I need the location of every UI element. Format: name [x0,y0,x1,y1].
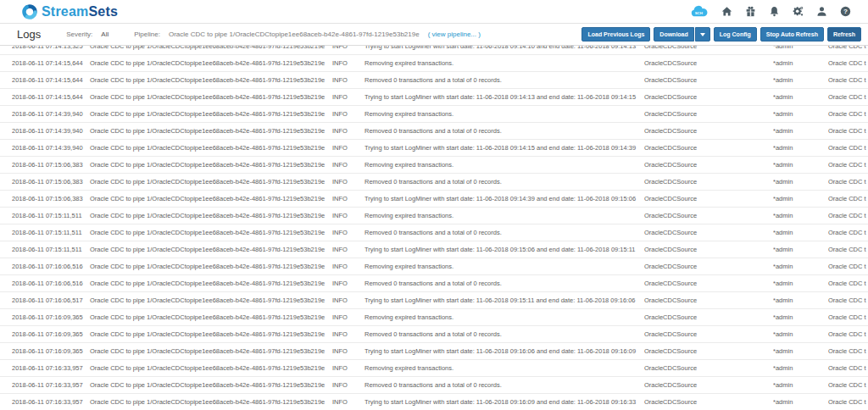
log-timestamp: 2018-06-11 07:14:39,940 [12,140,90,156]
log-pipeline-2: Oracle CDC t [828,326,868,342]
log-timestamp: 2018-06-11 07:16:09,365 [12,326,90,342]
log-pipeline: Oracle CDC to pipe 1/OracleCDCtopipe1ee6… [90,394,332,410]
log-pipeline: Oracle CDC to pipe 1/OracleCDCtopipe1ee6… [90,157,332,173]
log-row: 2018-06-11 07:16:33,957 Oracle CDC to pi… [0,377,868,394]
log-source: OracleCDCSource [644,377,773,393]
log-message: Trying to start LogMiner with start date… [364,394,644,410]
log-source: OracleCDCSource [644,275,773,291]
log-pipeline: Oracle CDC to pipe 1/OracleCDCtopipe1ee6… [90,258,332,274]
log-timestamp: 2018-06-11 07:14:15,644 [12,72,90,88]
download-split-button: Download [654,27,709,42]
log-pipeline: Oracle CDC to pipe 1/OracleCDCtopipe1ee6… [90,224,332,241]
bell-icon[interactable] [769,6,780,17]
log-table: 2018-06-11 07:14:13,325 Oracle CDC to pi… [0,46,868,410]
log-message: Removed 0 transactions and a total of 0 … [364,275,644,291]
log-row: 2018-06-11 07:15:11,511 Oracle CDC to pi… [0,241,868,258]
streamsets-logo[interactable]: StreamSets [20,3,118,21]
log-message: Removed 0 transactions and a total of 0 … [364,72,644,88]
view-pipeline-link[interactable]: ( view pipeline... ) [428,30,481,38]
log-pipeline: Oracle CDC to pipe 1/OracleCDCtopipe1ee6… [90,241,332,258]
log-source: OracleCDCSource [644,224,773,241]
log-user: *admin [773,377,828,393]
log-user: *admin [773,326,828,342]
log-row: 2018-06-11 07:15:11,511 Oracle CDC to pi… [0,224,868,241]
log-pipeline-2: Oracle CDC t [828,394,868,410]
log-pipeline: Oracle CDC to pipe 1/OracleCDCtopipe1ee6… [90,208,332,224]
log-severity: INFO [332,157,364,173]
log-user: *admin [773,241,828,258]
log-timestamp: 2018-06-11 07:15:11,511 [12,224,90,241]
log-row: 2018-06-11 07:16:09,365 Oracle CDC to pi… [0,343,868,360]
log-message: Removing expired transactions. [364,309,644,325]
pipeline-label: Pipeline: [134,30,160,38]
log-pipeline-2: Oracle CDC t [828,55,868,71]
log-source: OracleCDCSource [644,157,773,173]
log-pipeline-2: Oracle CDC t [828,224,868,241]
log-user: *admin [773,191,828,207]
brand-name: StreamSets [42,4,118,19]
log-timestamp: 2018-06-11 07:14:15,644 [12,55,90,71]
log-pipeline: Oracle CDC to pipe 1/OracleCDCtopipe1ee6… [90,106,332,122]
log-config-button[interactable]: Log Config [714,27,757,42]
log-row: 2018-06-11 07:14:39,940 Oracle CDC to pi… [0,140,868,157]
log-pipeline: Oracle CDC to pipe 1/OracleCDCtopipe1ee6… [90,326,332,342]
sch-cloud-icon[interactable]: SCH [690,5,709,18]
log-timestamp: 2018-06-11 07:16:33,957 [12,394,90,410]
log-pipeline-2: Oracle CDC t [828,377,868,393]
log-message: Trying to start LogMiner with start date… [364,89,644,105]
log-user: *admin [773,292,828,308]
stop-auto-refresh-button[interactable]: Stop Auto Refresh [760,27,824,42]
log-pipeline: Oracle CDC to pipe 1/OracleCDCtopipe1ee6… [90,275,332,291]
log-severity: INFO [332,377,364,393]
chevron-down-icon [700,33,705,36]
load-previous-logs-button[interactable]: Load Previous Logs [581,27,650,42]
log-pipeline: Oracle CDC to pipe 1/OracleCDCtopipe1ee6… [90,89,332,105]
severity-select[interactable]: All [101,30,108,38]
log-severity: INFO [332,394,364,410]
log-timestamp: 2018-06-11 07:14:13,325 [12,46,90,54]
log-timestamp: 2018-06-11 07:15:06,383 [12,174,90,190]
sch-badge-text: SCH [695,11,703,15]
log-user: *admin [773,106,828,122]
refresh-button[interactable]: Refresh [827,27,861,42]
log-timestamp: 2018-06-11 07:14:39,940 [12,123,90,139]
log-severity: INFO [332,309,364,325]
log-row: 2018-06-11 07:15:06,383 Oracle CDC to pi… [0,157,868,174]
log-source: OracleCDCSource [644,241,773,258]
log-severity: INFO [332,208,364,224]
log-message: Removing expired transactions. [364,55,644,71]
log-pipeline-2: Oracle CDC t [828,174,868,190]
log-table-viewport[interactable]: 2018-06-11 07:14:13,325 Oracle CDC to pi… [0,46,868,410]
log-message: Removing expired transactions. [364,360,644,376]
log-row: 2018-06-11 07:14:13,325 Oracle CDC to pi… [0,46,868,55]
log-source: OracleCDCSource [644,72,773,88]
log-user: *admin [773,89,828,105]
download-caret-button[interactable] [695,27,710,42]
log-message: Removing expired transactions. [364,157,644,173]
log-timestamp: 2018-06-11 07:16:06,517 [12,292,90,308]
gift-icon[interactable] [745,6,756,17]
log-source: OracleCDCSource [644,89,773,105]
log-source: OracleCDCSource [644,174,773,190]
log-severity: INFO [332,275,364,291]
log-severity: INFO [332,191,364,207]
log-message: Removing expired transactions. [364,258,644,274]
log-user: *admin [773,174,828,190]
user-icon[interactable] [816,6,827,17]
log-source: OracleCDCSource [644,208,773,224]
log-user: *admin [773,55,828,71]
log-timestamp: 2018-06-11 07:14:15,644 [12,89,90,105]
pipeline-value: Oracle CDC to pipe 1/OracleCDCtopipe1ee6… [169,30,420,38]
log-user: *admin [773,394,828,410]
home-icon[interactable] [721,6,732,17]
gears-icon[interactable] [793,6,804,17]
log-pipeline: Oracle CDC to pipe 1/OracleCDCtopipe1ee6… [90,46,332,54]
download-button[interactable]: Download [654,27,693,42]
log-pipeline-2: Oracle CDC t [828,275,868,291]
log-user: *admin [773,275,828,291]
log-severity: INFO [332,46,364,54]
log-pipeline-2: Oracle CDC t [828,123,868,139]
help-icon[interactable]: ? [840,6,851,17]
top-navbar: StreamSets SCH [0,0,868,24]
log-row: 2018-06-11 07:14:39,940 Oracle CDC to pi… [0,123,868,140]
